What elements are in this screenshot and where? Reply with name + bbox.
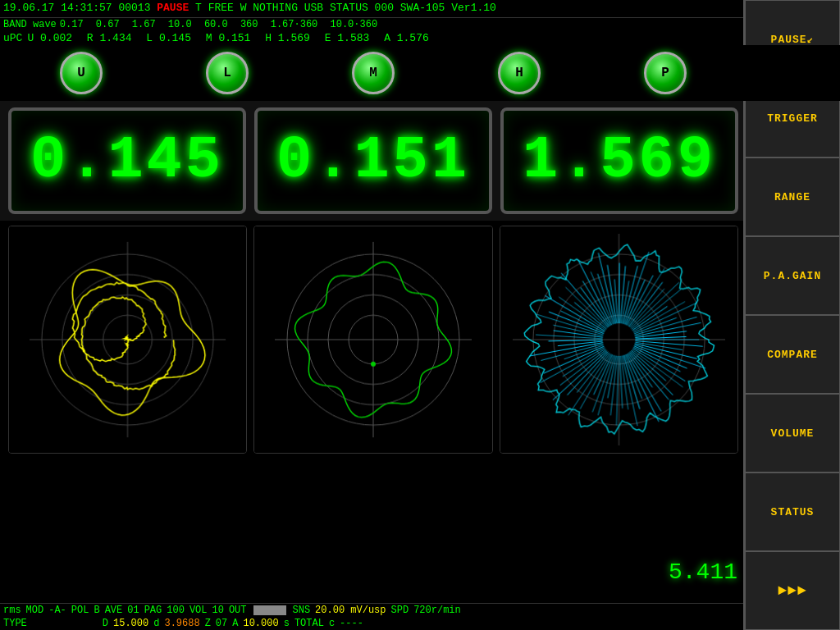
display-3: 1.569 xyxy=(500,107,738,214)
band-val-5: 60.0 xyxy=(204,19,228,30)
upc-h-val: 1.569 xyxy=(278,32,310,44)
upc-r-key: R xyxy=(87,32,94,44)
top-status-bar: 19.06.17 14:31:57 00013 PAUSE T FREE W N… xyxy=(0,0,840,18)
pol-label: POL xyxy=(71,605,89,616)
code: 00013 xyxy=(118,2,150,16)
arrows-button[interactable]: ►►► xyxy=(745,551,840,630)
band-val-2: 0.67 xyxy=(96,19,120,30)
band-label: BAND wave xyxy=(3,19,57,30)
buttons-row: U L M H P xyxy=(0,45,840,101)
bottom-row-1: rms MOD -A- POL B AVE 01 PAG 100 VOL 10 … xyxy=(0,604,743,617)
pag-label: PAG xyxy=(144,605,162,616)
upc-h-key: H xyxy=(265,32,272,44)
pause-indicator: PAUSE xyxy=(157,2,189,16)
usb-label: USB xyxy=(304,2,323,16)
radar-section xyxy=(0,221,840,459)
upc-label: uPC xyxy=(3,32,22,44)
s-label: s xyxy=(284,618,290,629)
out-label: OUT xyxy=(229,605,247,616)
upc-r-val: 1.434 xyxy=(99,32,131,44)
band-val-6: 360 xyxy=(240,19,258,30)
ave-value: 01 xyxy=(127,605,139,616)
upc-l-key: L xyxy=(146,32,153,44)
band-val-1: 0.17 xyxy=(60,19,84,30)
pag-value: 100 xyxy=(167,605,185,616)
z-value: 07 xyxy=(216,618,227,629)
status-button[interactable]: STATUS xyxy=(745,472,840,551)
total-value: c xyxy=(329,618,335,629)
a-value: 10.000 xyxy=(243,618,278,629)
spd-value: 720r/min xyxy=(413,605,461,616)
a-label: A xyxy=(232,618,238,629)
w-nothing: W NOTHING xyxy=(240,2,298,16)
upc-m-key: M xyxy=(206,32,212,44)
btn-l[interactable]: L xyxy=(206,52,249,94)
status-value: 000 xyxy=(375,2,394,16)
device-label: SWA-105 Ver1.10 xyxy=(400,2,496,16)
displays-row: 0.145 0.151 1.569 xyxy=(0,101,840,221)
radar-right xyxy=(500,226,738,454)
vol-label: VOL xyxy=(189,605,208,616)
radar-left xyxy=(8,226,247,454)
radar-center xyxy=(253,226,492,454)
upc-values: U 0.002 R 1.434 L 0.145 M 0.151 H 1.569 … xyxy=(27,32,436,44)
status-label: STATUS xyxy=(330,2,368,16)
btn-m[interactable]: M xyxy=(352,52,395,94)
sns-label: SNS xyxy=(293,605,311,616)
type-label: TYPE xyxy=(3,618,27,629)
t-free: T FREE xyxy=(195,2,234,16)
band-val-8: 10.0·360 xyxy=(331,19,378,30)
pa-gain-button[interactable]: P.A.GAIN xyxy=(745,236,840,315)
band-values: 0.17 0.67 1.67 10.0 60.0 360 1.67·360 10… xyxy=(60,19,384,30)
rms-label: rms xyxy=(3,605,21,616)
btn-u[interactable]: U xyxy=(60,52,103,94)
btn-h[interactable]: H xyxy=(498,52,541,94)
pol-value: B xyxy=(94,605,99,616)
z-label: Z xyxy=(205,618,211,629)
display-1: 0.145 xyxy=(8,107,246,214)
upc-m-val: 0.151 xyxy=(218,32,250,44)
band-val-4: 10.0 xyxy=(168,19,192,30)
band-val-3: 1.67 xyxy=(132,19,156,30)
sns-value: 20.00 mV/usp xyxy=(315,605,386,616)
bottom-row-2: TYPE D 15.000 d 3.9688 Z 07 A 10.000 s T… xyxy=(0,617,743,630)
upc-e-key: E xyxy=(325,32,331,44)
upc-row: uPC U 0.002 R 1.434 L 0.145 M 0.151 H 1.… xyxy=(0,31,840,45)
range-button[interactable]: RANGE xyxy=(745,158,840,236)
total-label: TOTAL xyxy=(294,618,324,629)
d-label: D xyxy=(103,618,108,629)
mod-label: MOD xyxy=(26,605,44,616)
d2-label: d xyxy=(153,618,159,629)
spd-label: SPD xyxy=(391,605,409,616)
band-val-7: 1.67·360 xyxy=(271,19,318,30)
display-2: 0.151 xyxy=(254,107,492,214)
btn-p[interactable]: P xyxy=(644,52,687,94)
dashes-value: ---- xyxy=(340,618,363,629)
compare-button[interactable]: COMPARE xyxy=(745,315,840,394)
vol-value: 10 xyxy=(212,605,223,616)
big-value-display: 5.411 xyxy=(669,559,737,585)
band-row: BAND wave 0.17 0.67 1.67 10.0 60.0 360 1… xyxy=(0,18,840,31)
out-indicator xyxy=(253,605,286,615)
ave-label: AVE xyxy=(105,605,123,616)
volume-button[interactable]: VOLUME xyxy=(745,394,840,472)
upc-a-key: A xyxy=(384,32,390,44)
upc-u-key: U xyxy=(27,32,34,44)
upc-e-val: 1.583 xyxy=(337,32,369,44)
datetime: 19.06.17 14:31:57 xyxy=(3,2,112,16)
upc-l-val: 0.145 xyxy=(159,32,191,44)
mod-value: -A- xyxy=(48,605,66,616)
bottom-bar: rms MOD -A- POL B AVE 01 PAG 100 VOL 10 … xyxy=(0,603,743,630)
upc-u-val: 0.002 xyxy=(40,32,72,44)
upc-a-val: 1.576 xyxy=(397,32,429,44)
d-value: 15.000 xyxy=(113,618,148,629)
d2-value: 3.9688 xyxy=(164,618,199,629)
